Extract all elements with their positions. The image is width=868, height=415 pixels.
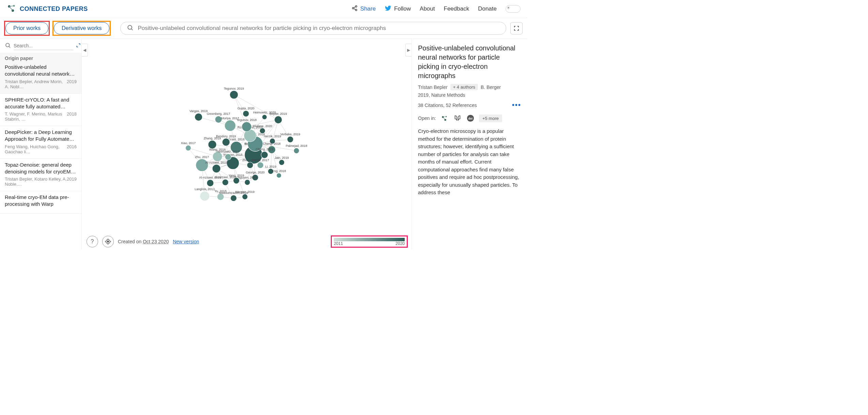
graph-node[interactable] — [222, 138, 230, 146]
derivative-works-button[interactable]: Derivative works — [54, 22, 109, 34]
follow-link[interactable]: Follow — [385, 5, 411, 13]
open-in-label: Open in: — [418, 116, 436, 121]
paper-title: Real-time cryo-EM data pre-processing wi… — [5, 194, 77, 208]
graph-node-label: Verbeke, 2019 — [280, 133, 300, 136]
graph-node[interactable] — [243, 110, 249, 117]
graph-node[interactable] — [195, 113, 202, 121]
expand-button[interactable]: Expand — [76, 43, 82, 49]
graph-node-label: Al-Azzawi, 2019 — [205, 161, 228, 164]
graph-node[interactable] — [257, 162, 263, 168]
collapse-right-button[interactable]: ▶ — [405, 44, 412, 57]
author-last[interactable]: B. Berger — [481, 84, 501, 90]
graph-node-label: Wagner, 2019 — [235, 190, 254, 194]
graph-node[interactable] — [260, 128, 265, 134]
graph-node[interactable] — [262, 114, 267, 119]
new-version-link[interactable]: New version — [173, 239, 199, 244]
graph-node[interactable] — [275, 116, 282, 124]
graph-node[interactable] — [225, 154, 231, 160]
graph-area[interactable]: ◀ ▶ Bepler, 2019Zivanov, 2018Grant, 2018… — [82, 39, 412, 249]
graph-node-label: Grant, 2018 — [228, 138, 245, 141]
graph-node-label: Bepler, 2019 — [269, 112, 287, 116]
svg-point-10 — [128, 25, 132, 29]
paper-title: Positive-unlabeled convolutional neural … — [5, 64, 77, 78]
graph-node[interactable] — [245, 180, 250, 185]
graph-node[interactable] — [208, 140, 216, 149]
author-first[interactable]: Tristan Bepler — [418, 84, 448, 90]
paper-item[interactable]: Positive-unlabeled convolutional neural … — [0, 61, 81, 94]
recenter-button[interactable] — [102, 236, 114, 247]
detail-panel: Positive-unlabeled convolutional neural … — [412, 39, 527, 249]
paper-item[interactable]: SPHIRE-crYOLO: A fast and accurate fully… — [0, 94, 81, 126]
graph-node-label: Tegunov, 2019 — [224, 87, 244, 90]
year-end: 2020 — [396, 241, 405, 246]
donate-link[interactable]: Donate — [478, 5, 497, 12]
graph-node[interactable] — [207, 180, 214, 186]
svg-point-12 — [6, 43, 10, 47]
year-scale: 2011 2020 — [332, 236, 407, 247]
graph-canvas[interactable]: Bepler, 2019Zivanov, 2018Grant, 2018Wagn… — [82, 39, 412, 233]
graph-node-label: George, 2020 — [246, 171, 264, 174]
paper-year: 2016 — [67, 144, 77, 154]
openin-semantic-icon[interactable] — [453, 114, 462, 123]
year-start: 2011 — [334, 241, 343, 246]
graph-node[interactable] — [215, 116, 222, 123]
graph-node[interactable] — [200, 191, 210, 201]
logo-icon — [7, 3, 16, 14]
share-link[interactable]: Share — [352, 5, 376, 13]
graph-node[interactable] — [230, 91, 238, 99]
graph-node[interactable] — [287, 136, 293, 142]
paper-authors: T. Wagner, F. Merino, Markus Stabrin, … — [5, 111, 67, 122]
graph-node-label: Jain, 2019 — [275, 156, 289, 159]
graph-node[interactable] — [247, 162, 253, 168]
graph-node[interactable] — [261, 151, 268, 158]
graph-node[interactable] — [222, 179, 228, 185]
prior-works-button[interactable]: Prior works — [5, 22, 48, 34]
graph-node-label: Tegunov, 2018 — [237, 118, 257, 122]
paper-item[interactable]: Real-time cryo-EM data pre-processing wi… — [0, 191, 81, 214]
sidebar-search-input[interactable] — [14, 42, 73, 50]
graph-node-label: Li, 2019 — [265, 165, 276, 168]
collapse-left-button[interactable]: ◀ — [82, 44, 88, 57]
graph-node-label: Vargas, 2019 — [189, 109, 207, 113]
paper-item[interactable]: DeepPicker: a Deep Learning Approach for… — [0, 126, 81, 159]
graph-node[interactable] — [186, 145, 191, 151]
openin-connected-icon[interactable] — [440, 114, 449, 123]
openin-more-button[interactable]: +5 more — [479, 114, 502, 122]
detail-title: Positive-unlabeled convolutional neural … — [418, 44, 521, 80]
graph-node[interactable] — [212, 165, 220, 173]
main-search[interactable] — [120, 22, 506, 35]
graph-node[interactable] — [231, 195, 237, 201]
main-search-input[interactable] — [138, 25, 500, 32]
graph-node[interactable] — [224, 120, 235, 131]
svg-point-7 — [355, 9, 357, 11]
svg-line-109 — [443, 117, 445, 120]
fullscreen-button[interactable] — [510, 22, 523, 34]
abstract-text: Cryo-electron microscopy is a popular me… — [418, 127, 521, 197]
origin-paper-label: Origin paper — [0, 53, 81, 61]
brand-text: CONNECTED PAPERS — [20, 5, 88, 13]
svg-line-13 — [9, 46, 10, 47]
paper-authors: Feng Wang, Huichao Gong, Gaochao li… — [5, 144, 67, 154]
graph-node-label: Cheng, 2018 — [263, 142, 281, 145]
publication-info: 2019, Nature Methods — [418, 92, 521, 98]
help-button[interactable]: ? — [87, 236, 98, 247]
graph-node-label: Gupta, 2020 — [237, 107, 254, 110]
graph-node-label: Miolane, 2020 — [253, 124, 272, 128]
graph-node[interactable] — [242, 122, 251, 132]
about-link[interactable]: About — [420, 5, 435, 12]
graph-node-label: Eng, 2018 — [272, 169, 286, 173]
follow-label: Follow — [394, 5, 411, 12]
graph-node[interactable] — [294, 148, 299, 153]
svg-line-9 — [354, 9, 355, 10]
paper-item[interactable]: Topaz-Denoise: general deep denoising mo… — [0, 159, 81, 191]
paper-title: Topaz-Denoise: general deep denoising mo… — [5, 162, 77, 175]
more-authors-button[interactable]: + 4 authors — [450, 84, 478, 90]
graph-node[interactable] — [277, 173, 281, 178]
openin-doi-icon[interactable]: doi — [466, 114, 475, 123]
feedback-link[interactable]: Feedback — [444, 5, 469, 12]
graph-node[interactable] — [242, 194, 248, 199]
graph-node[interactable] — [279, 160, 284, 165]
theme-toggle[interactable] — [506, 5, 521, 13]
more-actions-button[interactable]: ••• — [512, 101, 521, 109]
logo[interactable]: CONNECTED PAPERS — [7, 3, 88, 14]
